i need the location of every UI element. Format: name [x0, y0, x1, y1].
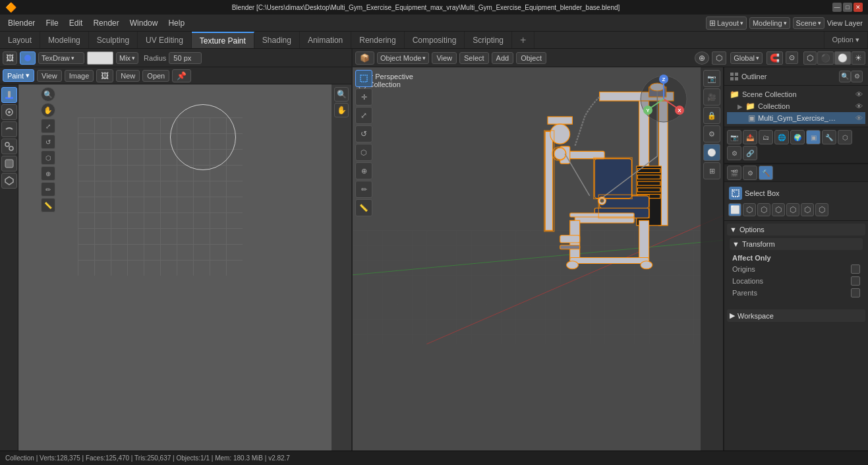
particles-properties-tab[interactable]: ⬡: [838, 130, 852, 144]
tab-layout[interactable]: Layout: [0, 32, 40, 48]
physics-properties-tab[interactable]: ⚙: [727, 146, 741, 160]
uv-hand-tool[interactable]: ✋: [41, 103, 55, 117]
editor-type-selector-3d[interactable]: 📦: [355, 51, 374, 65]
color-swatch[interactable]: [87, 51, 113, 65]
viewport-canvas[interactable]: User Perspective (1) Collection: [353, 67, 723, 450]
wireframe-shading-button[interactable]: ⬡: [803, 51, 817, 65]
measure-tool-3d[interactable]: 📏: [355, 199, 372, 216]
add-menu-3d[interactable]: Add: [492, 52, 514, 64]
annotate-tool-3d[interactable]: ✏: [355, 181, 372, 198]
select-box-tool[interactable]: [355, 70, 372, 87]
select-menu-3d[interactable]: Select: [459, 52, 489, 64]
fill-tool[interactable]: [1, 156, 17, 171]
options-button[interactable]: Option ▾: [824, 32, 868, 48]
constraint-properties-tab[interactable]: 🔗: [743, 146, 757, 160]
snap-toggle[interactable]: 🧲: [767, 51, 783, 65]
select-box-icon-btn[interactable]: ⬜: [728, 203, 741, 216]
menu-item-edit[interactable]: Edit: [64, 17, 88, 29]
uv-rotate-tool[interactable]: ↺: [41, 135, 55, 149]
collection-eye[interactable]: 👁: [855, 102, 863, 110]
scene-dropdown[interactable]: Scene: [793, 17, 825, 29]
rendered-shading-button[interactable]: ☀: [852, 51, 865, 65]
object-mode-dropdown[interactable]: Object Mode: [377, 52, 429, 64]
image-menu[interactable]: Image: [65, 70, 94, 82]
object-menu-3d[interactable]: Object: [516, 52, 546, 64]
image-picker[interactable]: 🖼: [96, 69, 113, 82]
props-tab-2[interactable]: ⚙: [743, 166, 757, 180]
minimize-button[interactable]: —: [832, 3, 842, 12]
uv-annotate-tool[interactable]: ✏: [41, 182, 55, 197]
tab-texture-paint[interactable]: Texture Paint: [192, 32, 254, 48]
object-properties-tab[interactable]: ▣: [806, 130, 821, 144]
object-eye[interactable]: 👁: [855, 114, 863, 122]
select-extra-1[interactable]: ⬡: [772, 203, 785, 216]
origins-checkbox[interactable]: [851, 264, 860, 274]
collection-item[interactable]: ▶ 📁 Collection 👁: [727, 100, 865, 112]
zoom-button[interactable]: 🔍: [334, 87, 349, 102]
paint-menu[interactable]: Paint ▾: [3, 69, 34, 82]
select-lasso-icon-btn[interactable]: ⬡: [757, 203, 770, 216]
select-circle-icon-btn[interactable]: ⬡: [743, 203, 756, 216]
uv-measure-tool[interactable]: 📏: [41, 198, 55, 212]
workspace-header[interactable]: ▶ Workspace: [727, 309, 865, 322]
tab-compositing[interactable]: Compositing: [405, 32, 465, 48]
transform-pivot-dropdown[interactable]: Global: [730, 52, 763, 64]
tab-modeling[interactable]: Modeling: [40, 32, 89, 48]
menu-item-file[interactable]: File: [40, 17, 63, 29]
uv-scale-tool[interactable]: ⬡: [41, 150, 55, 165]
tab-uv-editing[interactable]: UV Editing: [138, 32, 192, 48]
modeling-tab-menu[interactable]: Modeling: [749, 17, 790, 29]
transform-tool-3d[interactable]: ⊕: [355, 162, 372, 179]
menu-item-window[interactable]: Window: [125, 17, 163, 29]
scale-tool-3d[interactable]: ⬡: [355, 144, 372, 161]
radius-input[interactable]: 50 px: [169, 52, 202, 64]
clone-tool[interactable]: [1, 139, 17, 154]
editor-type-icon[interactable]: 🖼: [3, 51, 17, 65]
close-button[interactable]: ✕: [854, 3, 863, 12]
view-render-button[interactable]: 🎥: [703, 88, 720, 106]
mask-tool[interactable]: [1, 173, 17, 189]
draw-tool-icon[interactable]: [20, 51, 36, 65]
scene-collection-eye[interactable]: 👁: [855, 90, 863, 98]
navigation-gizmo[interactable]: Z X Y: [637, 73, 690, 125]
proportional-edit[interactable]: ⊙: [786, 51, 798, 64]
smear-tool[interactable]: [1, 121, 17, 137]
select-extra-3[interactable]: ⬡: [801, 203, 814, 216]
material-shading-button[interactable]: ⚪: [834, 51, 851, 65]
uv-zoom-tool[interactable]: 🔍: [41, 87, 55, 102]
show-overlays-button[interactable]: ⬡: [712, 51, 726, 65]
tab-animation[interactable]: Animation: [300, 32, 351, 48]
soften-tool[interactable]: [1, 104, 17, 120]
view-camera-button[interactable]: 📷: [703, 70, 720, 87]
hand-tool-button[interactable]: ✋: [334, 103, 349, 117]
editor-type-selector[interactable]: ⊞ Layout: [706, 16, 747, 30]
view-settings-button[interactable]: ⚙: [703, 125, 720, 142]
compositor-button[interactable]: ⊞: [703, 162, 720, 179]
select-extra-4[interactable]: ⬡: [815, 203, 828, 216]
mode-dropdown[interactable]: TexDraw: [38, 52, 84, 64]
tab-scripting[interactable]: Scripting: [465, 32, 512, 48]
material-preview-button[interactable]: ⚪: [703, 144, 720, 161]
uv-canvas[interactable]: 🔍 ✋ 🔍 ✋ ⤢ ↺ ⬡ ⊕ ✏ 📏: [18, 84, 351, 450]
object-item[interactable]: ▣ Multi_Gym_Exercise_Equ 👁: [727, 112, 865, 124]
menu-item-help[interactable]: Help: [163, 17, 190, 29]
tab-shading[interactable]: Shading: [254, 32, 300, 48]
solid-shading-button[interactable]: ⚫: [817, 51, 834, 65]
uv-move-tool[interactable]: ⤢: [41, 119, 55, 133]
scene-properties-tab[interactable]: 🌐: [774, 130, 789, 144]
menu-item-render[interactable]: Render: [88, 17, 124, 29]
options-header[interactable]: ▼ Options: [727, 224, 865, 235]
menu-item-blender[interactable]: Blender: [3, 17, 40, 29]
tab-rendering[interactable]: Rendering: [351, 32, 404, 48]
new-button[interactable]: New: [116, 70, 140, 82]
locations-checkbox[interactable]: [851, 276, 860, 286]
add-workspace-button[interactable]: +: [512, 32, 535, 48]
modifier-properties-tab[interactable]: 🔧: [822, 130, 836, 144]
tab-sculpting[interactable]: Sculpting: [89, 32, 138, 48]
scene-collection-item[interactable]: 📁 Scene Collection 👁: [727, 88, 865, 100]
maximize-button[interactable]: □: [843, 3, 852, 12]
world-properties-tab[interactable]: 🌍: [790, 130, 805, 144]
pin-button[interactable]: 📌: [172, 69, 191, 82]
view-layer-properties-tab[interactable]: 🗂: [759, 130, 773, 144]
view-menu[interactable]: View: [37, 70, 62, 82]
